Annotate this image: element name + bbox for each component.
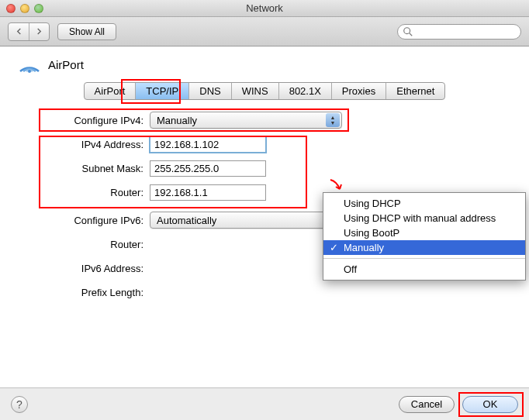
configure-ipv4-dropdown: Using DHCP Using DHCP with manual addres… bbox=[323, 192, 526, 281]
svg-point-0 bbox=[404, 27, 410, 33]
window-title: Network bbox=[0, 2, 529, 14]
tab-8021x[interactable]: 802.1X bbox=[279, 83, 332, 99]
configure-ipv6-label: Configure IPv6: bbox=[29, 215, 150, 226]
toolbar: Show All bbox=[0, 17, 529, 46]
content-area: AirPort AirPort TCP/IP DNS WINS 802.1X P… bbox=[0, 46, 529, 344]
panel-header: AirPort bbox=[14, 54, 515, 74]
bottom-bar: ? Cancel OK bbox=[0, 387, 529, 420]
tab-airport[interactable]: AirPort bbox=[85, 83, 137, 99]
airport-icon bbox=[17, 54, 42, 74]
chevron-left-icon bbox=[16, 28, 22, 35]
ipv4-address-label: IPv4 Address: bbox=[29, 139, 150, 150]
panel-title: AirPort bbox=[48, 58, 84, 71]
router-input[interactable] bbox=[150, 184, 266, 201]
forward-button[interactable] bbox=[29, 23, 49, 40]
router-label: Router: bbox=[29, 187, 150, 198]
menu-item-using-dhcp-manual[interactable]: Using DHCP with manual address bbox=[323, 211, 525, 225]
menu-divider bbox=[323, 258, 525, 259]
show-all-button[interactable]: Show All bbox=[57, 23, 116, 40]
configure-ipv6-select[interactable]: Automatically ▲▼ bbox=[150, 212, 342, 229]
subnet-mask-input[interactable] bbox=[150, 160, 266, 177]
svg-line-1 bbox=[410, 33, 413, 36]
router6-label: Router: bbox=[29, 239, 150, 250]
tab-bar: AirPort TCP/IP DNS WINS 802.1X Proxies E… bbox=[84, 82, 446, 100]
ok-button[interactable]: OK bbox=[462, 396, 518, 413]
configure-ipv6-value: Automatically bbox=[157, 215, 216, 226]
checkmark-icon: ✓ bbox=[330, 242, 338, 253]
select-arrows-icon: ▲▼ bbox=[326, 113, 340, 127]
configure-ipv4-value: Manually bbox=[157, 115, 197, 126]
ipv6-address-label: IPv6 Address: bbox=[29, 263, 150, 274]
prefix-length-label: Prefix Length: bbox=[29, 287, 150, 298]
menu-item-manually[interactable]: ✓ Manually bbox=[323, 240, 525, 255]
menu-item-using-dhcp[interactable]: Using DHCP bbox=[323, 196, 525, 211]
configure-ipv4-label: Configure IPv4: bbox=[29, 115, 150, 126]
ipv4-address-input[interactable] bbox=[150, 136, 266, 153]
tab-tcpip[interactable]: TCP/IP bbox=[136, 83, 189, 99]
tab-wins[interactable]: WINS bbox=[232, 83, 279, 99]
help-button[interactable]: ? bbox=[11, 396, 28, 413]
menu-item-using-bootp[interactable]: Using BootP bbox=[323, 225, 525, 240]
tab-dns[interactable]: DNS bbox=[189, 83, 231, 99]
subnet-mask-label: Subnet Mask: bbox=[29, 163, 150, 174]
svg-point-2 bbox=[28, 70, 31, 73]
menu-item-off[interactable]: Off bbox=[323, 262, 525, 277]
cancel-button[interactable]: Cancel bbox=[399, 396, 455, 413]
back-button[interactable] bbox=[9, 23, 29, 40]
help-icon: ? bbox=[16, 398, 22, 411]
configure-ipv4-select[interactable]: Manually ▲▼ bbox=[150, 112, 342, 129]
nav-buttons bbox=[8, 22, 50, 41]
chevron-right-icon bbox=[36, 28, 43, 35]
titlebar: Network bbox=[0, 0, 529, 17]
tab-ethernet[interactable]: Ethernet bbox=[386, 83, 444, 99]
search-icon bbox=[403, 26, 413, 37]
tab-proxies[interactable]: Proxies bbox=[332, 83, 386, 99]
search-input[interactable] bbox=[397, 24, 521, 40]
